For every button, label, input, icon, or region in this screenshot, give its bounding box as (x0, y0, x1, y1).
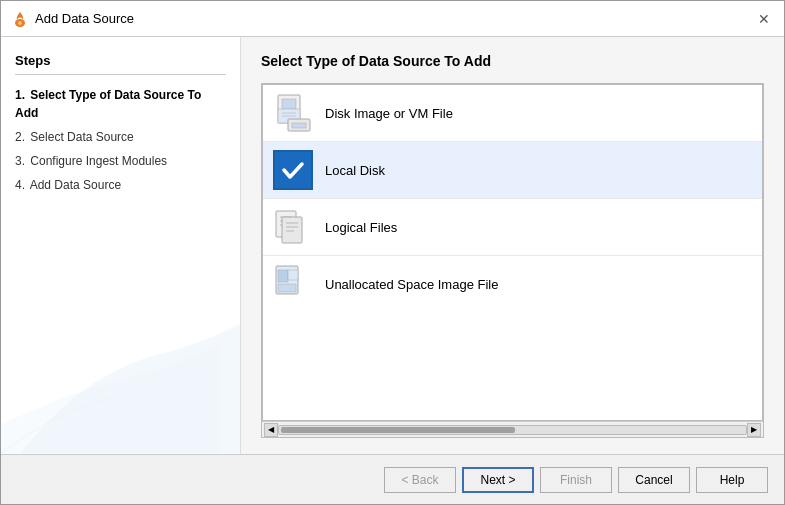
step-2: 2. Select Data Source (15, 125, 226, 149)
content-area: Steps 1. Select Type of Data Source To A… (1, 37, 784, 454)
local-disk-icon (273, 150, 313, 190)
title-bar-left: Add Data Source (11, 10, 134, 28)
app-icon (11, 10, 29, 28)
back-button[interactable]: < Back (384, 467, 456, 493)
disk-image-svg (274, 93, 312, 133)
svg-rect-18 (278, 270, 288, 282)
step-4-label: Add Data Source (30, 178, 121, 192)
horizontal-scrollbar: ◀ ▶ (262, 421, 763, 437)
sidebar-decoration (1, 294, 240, 454)
local-disk-label: Local Disk (325, 163, 385, 178)
finish-button[interactable]: Finish (540, 467, 612, 493)
step-4-number: 4. (15, 178, 25, 192)
step-1-label: Select Type of Data Source To Add (15, 88, 201, 120)
local-disk-check-svg (279, 156, 307, 184)
datasource-item-local-disk[interactable]: Local Disk (263, 142, 762, 199)
close-button[interactable]: ✕ (754, 9, 774, 29)
datasource-item-unallocated[interactable]: Unallocated Space Image File (263, 256, 762, 312)
logical-files-icon (273, 207, 313, 247)
scroll-thumb (281, 427, 515, 433)
next-button[interactable]: Next > (462, 467, 534, 493)
main-panel: Select Type of Data Source To Add (241, 37, 784, 454)
step-2-label: Select Data Source (30, 130, 133, 144)
logical-files-label: Logical Files (325, 220, 397, 235)
unallocated-label: Unallocated Space Image File (325, 277, 498, 292)
help-button[interactable]: Help (696, 467, 768, 493)
disk-image-icon (273, 93, 313, 133)
unallocated-svg (274, 264, 312, 304)
svg-rect-8 (292, 123, 306, 128)
main-title: Select Type of Data Source To Add (261, 53, 764, 69)
steps-heading: Steps (15, 53, 226, 75)
step-2-number: 2. (15, 130, 25, 144)
step-3-label: Configure Ingest Modules (30, 154, 167, 168)
svg-point-1 (18, 21, 22, 25)
step-4: 4. Add Data Source (15, 173, 226, 197)
step-1: 1. Select Type of Data Source To Add (15, 83, 226, 125)
step-3: 3. Configure Ingest Modules (15, 149, 226, 173)
scroll-left-button[interactable]: ◀ (264, 423, 278, 437)
datasource-item-logical-files[interactable]: Logical Files (263, 199, 762, 256)
svg-rect-3 (282, 99, 296, 109)
sidebar: Steps 1. Select Type of Data Source To A… (1, 37, 241, 454)
unallocated-icon (273, 264, 313, 304)
cancel-button[interactable]: Cancel (618, 467, 690, 493)
dialog-title: Add Data Source (35, 11, 134, 26)
svg-rect-19 (278, 284, 296, 292)
button-bar: < Back Next > Finish Cancel Help (1, 454, 784, 504)
steps-list: 1. Select Type of Data Source To Add 2. … (15, 83, 226, 197)
add-datasource-dialog: Add Data Source ✕ Steps 1. Select Type o… (0, 0, 785, 505)
svg-rect-13 (282, 217, 302, 243)
scroll-right-button[interactable]: ▶ (747, 423, 761, 437)
step-3-number: 3. (15, 154, 25, 168)
datasource-list: Disk Image or VM File Local Disk (262, 84, 763, 421)
step-1-number: 1. (15, 88, 25, 102)
logical-files-svg (274, 207, 312, 247)
datasource-item-disk-image[interactable]: Disk Image or VM File (263, 85, 762, 142)
datasource-container: Disk Image or VM File Local Disk (261, 83, 764, 438)
scroll-track[interactable] (278, 425, 747, 435)
title-bar: Add Data Source ✕ (1, 1, 784, 37)
disk-image-label: Disk Image or VM File (325, 106, 453, 121)
